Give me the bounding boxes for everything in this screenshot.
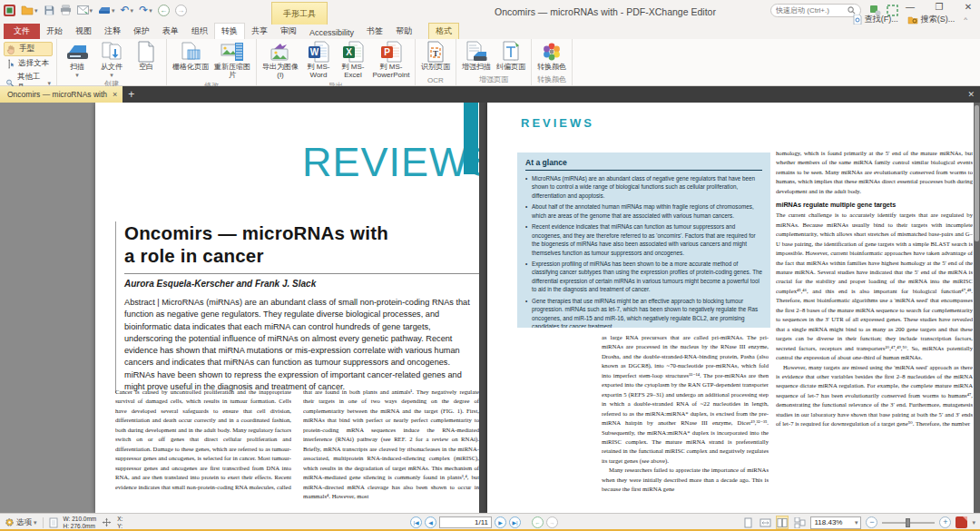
at-a-glance-box: At a glance MicroRNAs (miRNAs) are an ab… [517,152,770,328]
tab-protect[interactable]: 保护 [127,24,156,39]
chevron-down-icon: ▾ [855,519,858,526]
text-select-icon [5,59,15,69]
redo-icon: ↷ [139,5,148,15]
single-page-view-button[interactable] [741,516,754,529]
save-icon [44,5,54,15]
document-tab-bar: Oncomirs — microRNAs with × + ✕ [0,86,980,103]
glance-bullet: MicroRNAs (miRNAs) are an abundant class… [525,174,762,200]
export-image-button[interactable]: 导出为图像(I) [260,40,300,80]
close-document-button[interactable]: ✕ [967,90,975,99]
tab-help[interactable]: 帮助 [389,24,418,39]
history-forward-button[interactable]: → [175,5,187,16]
section-heading: miRNAs regulate multiple gene targets [776,201,973,209]
from-file-button[interactable]: 从文件 ▾ [95,40,128,78]
pdf-app-icon[interactable] [956,516,967,528]
body-column-middle: as large RNA precursors that are called … [602,333,769,513]
group-label-colors: 转换颜色 [535,74,568,85]
tab-convert[interactable]: 转换 [214,23,245,39]
tab-comment[interactable]: 注释 [98,24,127,39]
quick-launch-search[interactable] [770,4,861,17]
recognize-pages-button[interactable]: T 识别页面 [419,40,452,72]
body-column-right: homology, which is found primarily at th… [776,149,973,513]
document-view[interactable]: REVIEWS Oncomirs — microRNAs with a role… [0,103,980,513]
tab-file[interactable]: 文件 [4,24,40,39]
scrollbar-thumb[interactable] [975,105,979,241]
tab-form[interactable]: 表单 [156,24,185,39]
hand-tool-button[interactable]: 手型 [4,42,53,56]
zoom-slider-thumb[interactable] [906,518,910,527]
recompress-images-button[interactable]: 重新压缩图片 [212,40,252,80]
zoom-out-button[interactable]: − [866,516,877,528]
tab-review[interactable]: 审阅 [274,24,303,39]
pdf-page-left: REVIEWS Oncomirs — microRNAs with a role… [95,103,479,513]
undo-button[interactable]: ↶ ▾ [121,5,134,15]
quick-launch-input[interactable] [776,6,844,15]
tab-format[interactable]: 格式 [428,23,459,39]
tab-organize[interactable]: 组织 [185,24,214,39]
search-button[interactable]: 搜索(S)... [907,14,956,25]
email-button[interactable]: ▾ [77,5,93,15]
rasterize-pages-button[interactable]: 栅格化页面 [171,40,211,72]
redo-button[interactable]: ↷ ▾ [139,5,152,15]
last-page-button[interactable]: ▶| [509,516,521,528]
continuous-pages-icon [794,517,806,528]
pages-icon [100,41,123,63]
zoom-level-select[interactable]: 118.43% ▾ [810,516,861,529]
quick-access-toolbar: ▾ ▾ ▾ ↶ ▾ ↷ ▾ ← [4,3,187,17]
ribbon-group-modify: 栅格化页面 重新压缩图片 修改 [167,39,257,85]
next-view-button[interactable]: → [546,516,558,528]
to-ms-word-button[interactable]: W 到 MS-Word [302,40,335,80]
previous-view-button[interactable]: ← [532,516,544,528]
page-size-readout: W: 210.0mm H: 276.0mm [64,516,97,529]
to-ms-powerpoint-button[interactable]: P 到 MS-PowerPoint [371,40,411,80]
collapse-ribbon-button[interactable]: ^ [964,15,967,24]
open-button[interactable]: ▾ [21,5,38,15]
status-bar: 选项 ▾ W: 210.0mm H: 276.0mm X: Y: |◀ ◀ ▶ … [0,513,980,531]
enhance-scan-button[interactable]: 增强扫描 [460,40,493,72]
two-page-view-button[interactable] [776,516,789,529]
history-back-button[interactable]: ← [158,5,170,16]
continuous-view-button[interactable] [793,516,806,529]
pdf-xchange-editor-window: ▾ ▾ ▾ ↶ ▾ ↷ ▾ ← [0,0,980,531]
options-button[interactable]: 选项 ▾ [5,517,37,528]
to-ms-excel-button[interactable]: X 到 MS-Excel [337,40,369,80]
maximize-button[interactable]: ❐ [931,2,947,12]
chevron-down-icon: ▾ [972,519,975,526]
tab-accessibility[interactable]: Accessibility [303,26,360,39]
at-a-glance-list: MicroRNAs (miRNAs) are an abundant class… [525,174,762,328]
tab-view[interactable]: 视图 [69,24,98,39]
deskew-icon [500,41,522,63]
tab-home[interactable]: 开始 [40,24,69,39]
tab-share[interactable]: 共享 [245,24,274,39]
new-document-tab-button[interactable]: + [128,88,134,101]
first-page-button[interactable]: |◀ [410,516,422,528]
chevron-down-icon: ▾ [34,519,37,526]
next-page-button[interactable]: ▶ [495,516,506,528]
zoom-slider[interactable] [882,516,935,528]
paragraph: as large RNA precursors that are called … [602,333,769,466]
scanner-icon [98,5,111,15]
scan-button[interactable]: 扫描 ▾ [61,40,93,78]
select-text-button[interactable]: 选择文本 [4,57,53,70]
body-column-1: Cancer is caused by uncontrolled prolife… [115,388,291,513]
find-button[interactable]: 查找(F)... [853,14,898,25]
zoom-in-button[interactable]: + [939,516,951,528]
page-number-input[interactable] [439,516,492,528]
close-button[interactable]: ✕ [960,2,976,12]
save-button[interactable] [44,5,54,15]
previous-page-button[interactable]: ◀ [425,516,436,528]
document-tab[interactable]: Oncomirs — microRNAs with × [0,86,122,103]
convert-colors-button[interactable]: 转换颜色 [535,40,568,72]
fit-width-view-button[interactable] [759,516,771,529]
tab-bookmarks[interactable]: 书签 [360,24,389,39]
contextual-tab-header: 手形工具 [271,2,328,25]
blank-button[interactable]: 空白 [130,40,162,72]
enhance-scan-icon [465,41,488,63]
deskew-pages-button[interactable]: 纠偏页面 [495,40,527,72]
scan-device-button[interactable]: ▾ [98,5,115,15]
vertical-scrollbar[interactable] [974,103,980,513]
at-a-glance-title: At a glance [525,158,762,171]
print-button[interactable] [60,5,72,15]
minimize-button[interactable]: — [902,2,918,12]
document-tab-close-icon[interactable]: × [113,90,117,99]
